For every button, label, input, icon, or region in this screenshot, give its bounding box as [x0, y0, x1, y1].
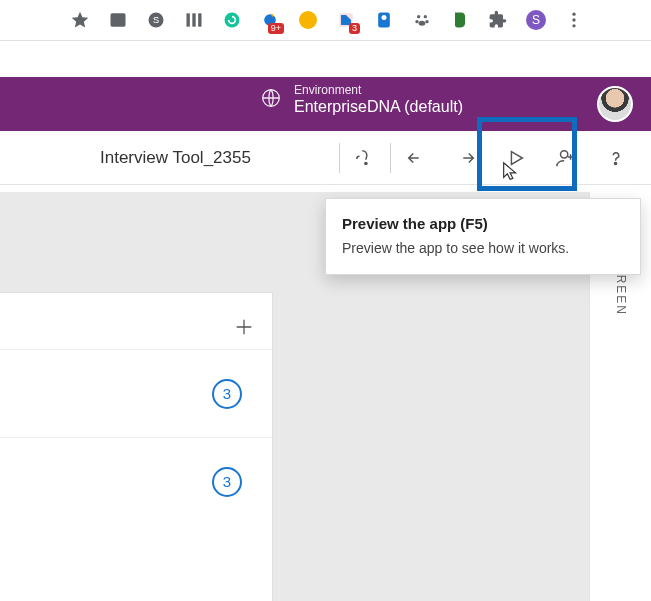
preview-tooltip: Preview the app (F5) Preview the app to … [325, 198, 641, 275]
svg-point-13 [425, 20, 428, 23]
add-item-button[interactable] [232, 315, 256, 339]
extensions-puzzle-icon[interactable] [488, 10, 508, 30]
svg-point-21 [561, 150, 568, 157]
tooltip-body: Preview the app to see how it works. [342, 240, 624, 256]
environment-value: EnterpriseDNA (default) [294, 98, 463, 116]
tooltip-title: Preview the app (F5) [342, 215, 624, 232]
skype-icon[interactable]: S [146, 10, 166, 30]
svg-point-17 [572, 24, 575, 27]
app-preview-panel[interactable]: NT 3 3 [0, 292, 273, 601]
ext-icon-person[interactable] [374, 10, 394, 30]
list-item[interactable]: 3 [0, 349, 272, 437]
svg-marker-20 [511, 151, 522, 164]
user-avatar[interactable] [597, 86, 633, 122]
ext-icon-1b[interactable] [108, 10, 128, 30]
svg-point-11 [424, 15, 427, 18]
svg-text:S: S [153, 15, 159, 25]
svg-point-12 [415, 20, 418, 23]
ext-icon-notify[interactable] [260, 10, 280, 30]
panel-header: NT [0, 293, 272, 349]
svg-point-6 [225, 13, 240, 28]
svg-point-14 [419, 21, 426, 26]
preview-play-button[interactable] [491, 131, 541, 185]
help-button[interactable] [591, 131, 641, 185]
svg-rect-5 [198, 13, 201, 26]
grammarly-icon[interactable] [222, 10, 242, 30]
svg-rect-0 [111, 13, 126, 26]
undo-button[interactable] [391, 131, 441, 185]
count-badge: 3 [212, 467, 242, 497]
svg-point-10 [417, 15, 420, 18]
environment-label: Environment [294, 84, 463, 98]
svg-point-7 [264, 14, 276, 26]
app-toolbar: Interview Tool_2355 [0, 131, 651, 185]
evernote-icon[interactable] [450, 10, 470, 30]
list-item[interactable]: 3 [0, 437, 272, 525]
svg-point-16 [572, 18, 575, 21]
svg-point-9 [382, 15, 387, 20]
svg-point-15 [572, 13, 575, 16]
browser-extension-bar: S S [0, 0, 651, 40]
svg-rect-3 [187, 13, 190, 26]
share-add-user-button[interactable] [541, 131, 591, 185]
ext-icon-ads[interactable] [336, 10, 356, 30]
svg-rect-4 [192, 13, 195, 26]
count-badge: 3 [212, 379, 242, 409]
ext-icon-paw[interactable] [412, 10, 432, 30]
bookmark-star-icon[interactable] [70, 10, 90, 30]
environment-selector[interactable]: Environment EnterpriseDNA (default) [260, 84, 463, 116]
globe-icon [260, 87, 282, 113]
ext-icon-columns[interactable] [184, 10, 204, 30]
environment-header: Environment EnterpriseDNA (default) [0, 77, 651, 131]
redo-button[interactable] [441, 131, 491, 185]
spacer [0, 41, 651, 77]
profile-avatar-icon[interactable]: S [526, 10, 546, 30]
svg-point-22 [614, 162, 616, 164]
browser-menu-icon[interactable] [564, 10, 584, 30]
app-checker-button[interactable] [340, 131, 390, 185]
ext-icon-yellow[interactable] [298, 10, 318, 30]
svg-point-19 [365, 162, 367, 164]
app-name[interactable]: Interview Tool_2355 [100, 148, 251, 168]
